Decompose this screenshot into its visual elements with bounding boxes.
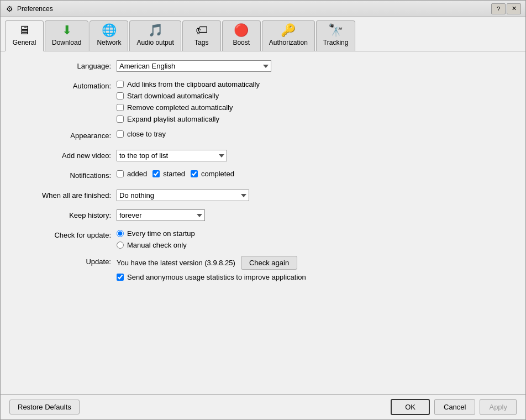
auto-start-checkbox[interactable] (117, 92, 124, 99)
network-icon: 🌐 (102, 24, 117, 36)
check-manual-label: Manual check only (127, 241, 187, 249)
tags-icon: 🏷 (196, 24, 208, 36)
notif-completed-checkbox[interactable] (191, 170, 198, 177)
when-finished-control: Do nothing Shutdown Hibernate Sleep (117, 190, 514, 201)
language-select[interactable]: American English (117, 60, 271, 72)
when-finished-select[interactable]: Do nothing Shutdown Hibernate Sleep (117, 190, 249, 201)
tab-general[interactable]: 🖥 General (5, 20, 44, 51)
keep-history-select[interactable]: forever 1 month 1 week 1 day (117, 209, 205, 221)
keep-history-row: Keep history: forever 1 month 1 week 1 d… (12, 209, 514, 223)
check-manual-row: Manual check only (117, 241, 514, 249)
auto-remove-checkbox[interactable] (117, 104, 124, 111)
authorization-icon: 🔑 (281, 24, 296, 36)
check-update-row: Check for update: Every time on startup … (12, 229, 514, 249)
ok-button[interactable]: OK (391, 399, 430, 415)
keep-history-label: Keep history: (12, 209, 111, 219)
auto-expand-checkbox[interactable] (117, 116, 124, 123)
auto-remove-label: Remove completed automatically (127, 103, 233, 112)
check-manual-radio[interactable] (117, 242, 124, 249)
tab-tracking-label: Tracking (323, 39, 349, 46)
help-button[interactable]: ? (491, 3, 506, 14)
update-version-text: You have the latest version (3.9.8.25) (117, 259, 235, 267)
when-finished-row: When all are finished: Do nothing Shutdo… (12, 190, 514, 203)
window-title: Preferences (17, 5, 491, 13)
appearance-label: Appearance: (12, 130, 111, 140)
add-new-video-label: Add new video: (12, 150, 111, 160)
notif-added-label: added (127, 170, 147, 178)
send-stats-checkbox[interactable] (117, 274, 124, 281)
check-startup-radio[interactable] (117, 230, 124, 237)
tab-download-label: Download (52, 39, 81, 46)
check-startup-label: Every time on startup (127, 229, 195, 238)
language-control: American English (117, 60, 514, 72)
window-controls: ? ✕ (491, 3, 521, 14)
notifications-label: Notifications: (12, 170, 111, 180)
tab-tags-label: Tags (194, 39, 208, 46)
apply-button[interactable]: Apply (480, 399, 517, 415)
notif-completed-row: completed (191, 170, 234, 178)
audio-icon: 🎵 (148, 24, 163, 36)
appearance-control: close to tray (117, 130, 514, 138)
dialog-buttons: OK Cancel Apply (391, 399, 517, 415)
check-update-label: Check for update: (12, 229, 111, 239)
notifications-control: added started completed (117, 170, 514, 178)
tab-audio-label: Audio output (136, 39, 173, 46)
bottom-bar: Restore Defaults OK Cancel Apply (1, 394, 525, 419)
tab-download[interactable]: ⬇ Download (45, 20, 88, 51)
tab-boost-label: Boost (233, 39, 250, 46)
automation-item-0: Add links from the clipboard automatical… (117, 80, 514, 88)
cancel-button[interactable]: Cancel (434, 399, 475, 415)
close-button[interactable]: ✕ (507, 3, 521, 14)
download-icon: ⬇ (62, 24, 72, 36)
check-update-control: Every time on startup Manual check only (117, 229, 514, 249)
close-to-tray-row: close to tray (117, 130, 514, 138)
tab-tracking[interactable]: 🔭 Tracking (316, 20, 356, 51)
tab-network-label: Network (97, 39, 121, 46)
auto-expand-label: Expand playlist automatically (127, 115, 219, 123)
boost-icon: 🔴 (234, 24, 249, 36)
close-to-tray-checkbox[interactable] (117, 130, 124, 138)
check-startup-row: Every time on startup (117, 229, 514, 238)
restore-defaults-button[interactable]: Restore Defaults (9, 400, 80, 414)
title-bar: ⚙ Preferences ? ✕ (1, 1, 525, 17)
notif-completed-label: completed (201, 170, 234, 178)
tab-authorization-label: Authorization (269, 39, 308, 46)
tab-bar: 🖥 General ⬇ Download 🌐 Network 🎵 Audio o… (1, 17, 525, 51)
language-row: Language: American English (12, 60, 514, 74)
send-stats-row: Send anonymous usage statistics to impro… (117, 273, 514, 281)
app-icon: ⚙ (5, 4, 14, 13)
notif-added-checkbox[interactable] (117, 170, 124, 177)
automation-item-3: Expand playlist automatically (117, 115, 514, 123)
automation-item-1: Start download automatically (117, 92, 514, 100)
notif-started-checkbox[interactable] (152, 170, 160, 177)
tab-authorization[interactable]: 🔑 Authorization (262, 20, 315, 51)
add-new-video-row: Add new video: to the top of list to the… (12, 150, 514, 163)
tab-content: Language: American English Automation: A… (1, 51, 525, 394)
auto-start-label: Start download automatically (127, 92, 219, 100)
notifications-row: Notifications: added started completed (12, 170, 514, 183)
tab-general-label: General (13, 39, 36, 46)
appearance-row: Appearance: close to tray (12, 130, 514, 143)
tab-network[interactable]: 🌐 Network (90, 20, 128, 51)
update-row: Update: You have the latest version (3.9… (12, 256, 514, 281)
notif-added-row: added (117, 170, 147, 178)
send-stats-label: Send anonymous usage statistics to impro… (127, 273, 306, 281)
tracking-icon: 🔭 (328, 24, 343, 36)
tab-audio[interactable]: 🎵 Audio output (129, 20, 181, 51)
check-again-button[interactable]: Check again (241, 256, 297, 270)
notif-started-row: started (152, 170, 185, 178)
notifications-items: added started completed (117, 170, 514, 178)
add-new-video-control: to the top of list to the bottom of list (117, 150, 514, 161)
tab-boost[interactable]: 🔴 Boost (222, 20, 261, 51)
tab-tags[interactable]: 🏷 Tags (182, 20, 221, 51)
add-new-video-select[interactable]: to the top of list to the bottom of list (117, 150, 227, 161)
automation-control: Add links from the clipboard automatical… (117, 80, 514, 123)
automation-row: Automation: Add links from the clipboard… (12, 80, 514, 123)
general-icon: 🖥 (18, 24, 30, 36)
auto-clipboard-checkbox[interactable] (117, 81, 124, 88)
update-label: Update: (12, 256, 111, 266)
automation-label: Automation: (12, 80, 111, 90)
update-version-row: You have the latest version (3.9.8.25) C… (117, 256, 514, 270)
preferences-window: ⚙ Preferences ? ✕ 🖥 General ⬇ Download 🌐… (0, 0, 526, 420)
notif-started-label: started (163, 170, 185, 178)
